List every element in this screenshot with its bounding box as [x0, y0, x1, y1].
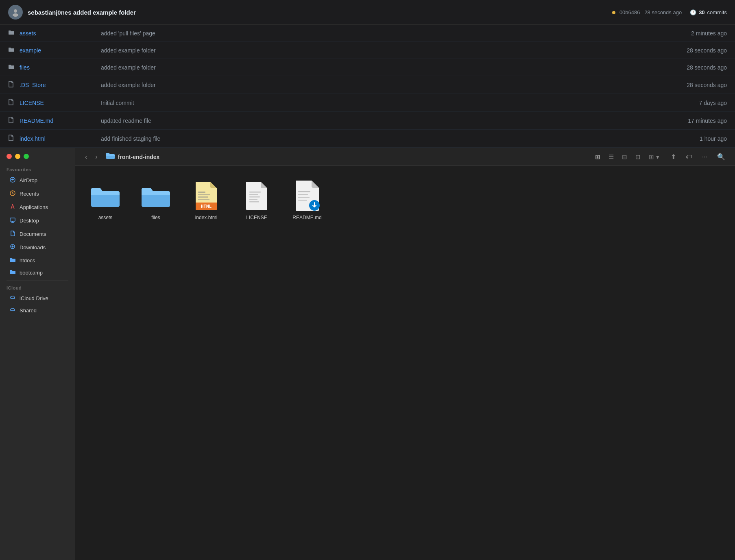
file-label: files	[151, 215, 160, 220]
github-file-row[interactable]: README.md updated readme file 17 minutes…	[0, 112, 735, 130]
file-item-assets[interactable]: assets	[85, 176, 126, 224]
airdrop-icon	[9, 176, 16, 184]
sidebar-item-documents[interactable]: Documents	[2, 228, 72, 240]
file-icon	[8, 135, 15, 142]
sidebar-item-label: Documents	[20, 231, 46, 237]
back-button[interactable]: ‹	[82, 152, 90, 162]
sidebar-item-label: Shared	[20, 307, 37, 314]
sidebar-item-bootcamp[interactable]: bootcamp	[2, 267, 72, 278]
github-file-commit: added example folder	[101, 47, 662, 54]
search-button[interactable]: 🔍	[714, 151, 728, 162]
toolbar-nav: ‹ ›	[82, 152, 101, 162]
github-file-time: 1 hour ago	[662, 135, 727, 142]
svg-rect-25	[298, 194, 308, 195]
finder-sidebar: Favourites AirDrop Recents Applications	[0, 148, 75, 560]
sidebar-item-shared[interactable]: Shared	[2, 305, 72, 316]
folder-icon	[8, 64, 15, 71]
file-item-readme[interactable]: README.md	[287, 176, 327, 224]
github-file-commit: updated readme file	[101, 118, 662, 124]
sidebar-item-icloud-drive[interactable]: iCloud Drive	[2, 292, 72, 304]
github-file-time: 28 seconds ago	[662, 82, 727, 88]
github-file-commit: added example folder	[101, 82, 662, 88]
sidebar-item-label: Recents	[20, 191, 39, 197]
github-file-time: 28 seconds ago	[662, 64, 727, 71]
toolbar-views: ⊞ ☰ ⊟ ⊡ ⊞ ▾	[592, 152, 662, 162]
toolbar-right: ⬆ 🏷 ··· 🔍	[667, 151, 728, 162]
applications-icon	[9, 203, 16, 211]
github-file-name[interactable]: example	[20, 47, 93, 54]
avatar	[8, 5, 23, 20]
file-item-license[interactable]: LICENSE	[236, 176, 277, 224]
file-item-index-html[interactable]: HTML index.html	[186, 176, 227, 224]
github-file-row[interactable]: example added example folder 28 seconds …	[0, 42, 735, 59]
github-file-commit: add finished staging file	[101, 135, 662, 142]
github-file-name[interactable]: files	[20, 64, 93, 71]
folder-icon-title	[106, 152, 115, 161]
folder-icon	[8, 47, 15, 54]
sidebar-item-desktop[interactable]: Desktop	[2, 214, 72, 227]
github-header: sebastianj0nes added example folder 00b6…	[0, 0, 735, 25]
maximize-button[interactable]	[24, 154, 29, 159]
file-thumbnail	[89, 179, 122, 211]
github-file-row[interactable]: files added example folder 28 seconds ag…	[0, 59, 735, 76]
svg-rect-21	[249, 196, 260, 198]
list-view-button[interactable]: ☰	[605, 152, 617, 162]
sidebar-item-label: bootcamp	[20, 270, 43, 276]
close-button[interactable]	[7, 154, 12, 159]
forward-button[interactable]: ›	[92, 152, 100, 162]
svg-rect-26	[298, 197, 310, 198]
file-thumbnail	[240, 179, 273, 211]
github-file-time: 7 days ago	[662, 100, 727, 106]
icloud-icon	[9, 295, 16, 301]
minimize-button[interactable]	[15, 154, 20, 159]
sidebar-item-applications[interactable]: Applications	[2, 201, 72, 214]
sidebar-divider	[7, 280, 68, 281]
folder-title: front-end-index	[118, 154, 160, 160]
tag-button[interactable]: 🏷	[683, 152, 696, 162]
finder-main: ‹ › front-end-index ⊞ ☰ ⊟ ⊡ ⊞ ▾	[75, 148, 735, 560]
github-section: sebastianj0nes added example folder 00b6…	[0, 0, 735, 148]
column-view-button[interactable]: ⊟	[619, 152, 630, 162]
commit-hash-area: 00b6486 28 seconds ago	[612, 9, 682, 15]
commit-title: sebastianj0nes added example folder	[28, 9, 612, 16]
group-view-button[interactable]: ⊞ ▾	[646, 152, 662, 162]
github-file-name[interactable]: index.html	[20, 135, 93, 142]
github-file-name[interactable]: assets	[20, 30, 93, 37]
github-file-list: assets added 'pull files' page 2 minutes…	[0, 25, 735, 148]
github-file-name[interactable]: LICENSE	[20, 100, 93, 106]
svg-point-3	[12, 179, 13, 181]
share-button[interactable]: ⬆	[667, 151, 679, 162]
github-file-commit: Initial commit	[101, 100, 662, 106]
file-item-files[interactable]: files	[135, 176, 176, 224]
folder-title-area: front-end-index	[106, 152, 587, 161]
commits-button[interactable]: 🕐 30 commits	[690, 9, 727, 15]
svg-rect-19	[249, 192, 261, 193]
github-file-name[interactable]: README.md	[20, 118, 93, 124]
github-file-commit: added 'pull files' page	[101, 30, 662, 37]
gallery-view-button[interactable]: ⊡	[632, 152, 644, 162]
downloads-icon	[9, 244, 16, 251]
github-file-row[interactable]: assets added 'pull files' page 2 minutes…	[0, 25, 735, 42]
file-label: index.html	[195, 215, 218, 220]
sidebar-item-downloads[interactable]: Downloads	[2, 241, 72, 254]
sidebar-item-airdrop[interactable]: AirDrop	[2, 174, 72, 187]
github-file-name[interactable]: .DS_Store	[20, 82, 93, 88]
file-label: LICENSE	[246, 215, 267, 220]
svg-rect-13	[198, 192, 205, 193]
more-button[interactable]: ···	[699, 152, 711, 162]
sidebar-item-htdocs[interactable]: htdocs	[2, 255, 72, 266]
grid-view-button[interactable]: ⊞	[592, 152, 604, 162]
folder-icon	[9, 269, 16, 276]
file-icon	[8, 117, 15, 124]
file-icon	[8, 99, 15, 107]
sidebar-item-recents[interactable]: Recents	[2, 187, 72, 200]
github-file-row[interactable]: LICENSE Initial commit 7 days ago	[0, 94, 735, 112]
github-file-row[interactable]: index.html add finished staging file 1 h…	[0, 130, 735, 148]
github-file-row[interactable]: .DS_Store added example folder 28 second…	[0, 76, 735, 94]
sidebar-item-label: Applications	[20, 204, 48, 210]
svg-rect-15	[198, 196, 208, 198]
file-thumbnail	[140, 179, 172, 211]
svg-rect-27	[298, 200, 307, 201]
finder-section: Favourites AirDrop Recents Applications	[0, 148, 735, 560]
svg-text:HTML: HTML	[201, 204, 212, 209]
